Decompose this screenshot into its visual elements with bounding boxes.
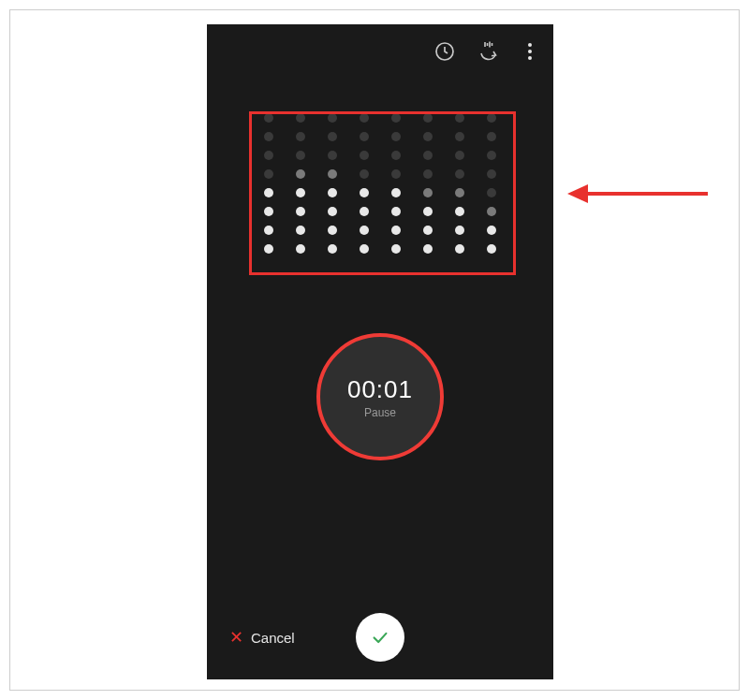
visualizer-dot [487, 169, 496, 179]
bottom-bar: ✕ Cancel [207, 595, 553, 679]
history-icon[interactable] [433, 40, 456, 63]
visualizer-column [296, 113, 305, 254]
visualizer-dot [455, 226, 464, 235]
visualizer-dot [328, 244, 337, 254]
visualizer-dot [455, 244, 464, 254]
visualizer-dot [455, 169, 464, 179]
visualizer-dot [296, 244, 305, 254]
visualizer-dot [423, 188, 433, 197]
visualizer-dot [360, 113, 369, 123]
visualizer-dot [360, 151, 369, 160]
screenshot-frame: 00:01 Pause ✕ Cancel [9, 9, 740, 691]
visualizer-dot [264, 207, 273, 216]
visualizer-dot [487, 244, 496, 254]
visualizer-dot [328, 207, 337, 216]
visualizer-dot [360, 226, 369, 235]
top-toolbar [207, 24, 553, 71]
cancel-button[interactable]: ✕ Cancel [229, 629, 295, 646]
visualizer-dot [360, 132, 369, 141]
visualizer-dot [328, 113, 337, 123]
visualizer-dot [264, 226, 273, 235]
visualizer-column [391, 113, 401, 254]
visualizer-dot [296, 169, 305, 179]
visualizer-dot [328, 132, 337, 141]
visualizer-dot [328, 169, 337, 179]
visualizer-dot [360, 188, 369, 197]
visualizer-dot [423, 151, 433, 160]
visualizer-column [487, 113, 496, 254]
visualizer-dot [391, 188, 401, 197]
visualizer-dot [455, 151, 464, 160]
visualizer-dot [487, 113, 496, 123]
visualizer-dot [264, 188, 273, 197]
visualizer-dot [423, 226, 433, 235]
visualizer-dot [391, 169, 401, 179]
close-icon: ✕ [229, 629, 243, 646]
check-icon [370, 627, 390, 648]
visualizer-dot [328, 151, 337, 160]
visualizer-dot [391, 151, 401, 160]
visualizer-dot [391, 207, 401, 216]
phone-screen: 00:01 Pause ✕ Cancel [207, 24, 553, 679]
visualizer-dot [487, 132, 496, 141]
visualizer-dot [487, 188, 496, 197]
visualizer-column [264, 113, 273, 254]
visualizer-dot [455, 113, 464, 123]
visualizer-dot [391, 226, 401, 235]
visualizer-dot [264, 132, 273, 141]
visualizer-dot [296, 207, 305, 216]
visualizer-column [360, 113, 369, 254]
audio-visualizer [207, 90, 553, 277]
visualizer-dot [264, 169, 273, 179]
visualizer-dot [360, 244, 369, 254]
visualizer-dot [423, 169, 433, 179]
visualizer-dot [391, 244, 401, 254]
cancel-label: Cancel [251, 630, 295, 646]
visualizer-dot [423, 244, 433, 254]
visualizer-dot [296, 113, 305, 123]
confirm-button[interactable] [356, 613, 404, 662]
visualizer-dot [487, 151, 496, 160]
visualizer-dot [391, 113, 401, 123]
visualizer-dot [264, 151, 273, 160]
visualizer-dot [391, 132, 401, 141]
svg-marker-2 [567, 184, 588, 203]
visualizer-dot [487, 226, 496, 235]
visualizer-dot [455, 132, 464, 141]
record-state-label: Pause [364, 406, 396, 419]
visualizer-column [328, 113, 337, 254]
visualizer-dot [296, 132, 305, 141]
visualizer-dot [423, 113, 433, 123]
more-menu-icon[interactable] [521, 40, 538, 63]
visualizer-column [423, 113, 433, 254]
visualizer-dot [360, 207, 369, 216]
visualizer-dot [423, 207, 433, 216]
visualizer-dot [423, 132, 433, 141]
visualizer-dot [455, 188, 464, 197]
pause-button[interactable]: 00:01 Pause [316, 333, 444, 460]
visualizer-dot [264, 113, 273, 123]
visualizer-dot [487, 207, 496, 216]
visualizer-dot [264, 244, 273, 254]
record-area: 00:01 Pause [207, 333, 553, 460]
visualizer-dot [328, 188, 337, 197]
visualizer-dot [360, 169, 369, 179]
convert-icon[interactable] [477, 40, 501, 63]
visualizer-dot [455, 207, 464, 216]
annotation-arrow [567, 181, 708, 211]
visualizer-dot [296, 226, 305, 235]
visualizer-dot [296, 151, 305, 160]
elapsed-time: 00:01 [347, 375, 413, 404]
visualizer-dot [296, 188, 305, 197]
visualizer-dot [328, 226, 337, 235]
visualizer-column [455, 113, 464, 254]
